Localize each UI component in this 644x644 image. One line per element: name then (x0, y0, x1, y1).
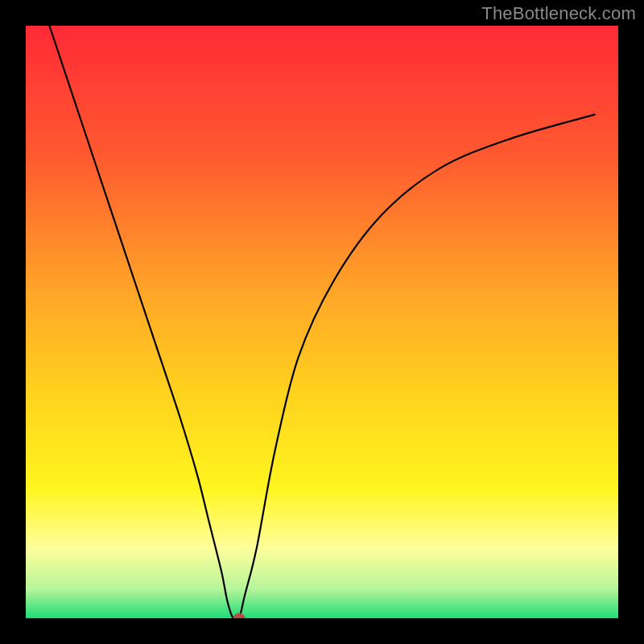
chart-svg (26, 26, 618, 618)
plot-area (26, 26, 618, 618)
watermark-text: TheBottleneck.com (481, 3, 636, 24)
gradient-background (26, 26, 618, 618)
chart-frame: TheBottleneck.com (0, 0, 644, 644)
